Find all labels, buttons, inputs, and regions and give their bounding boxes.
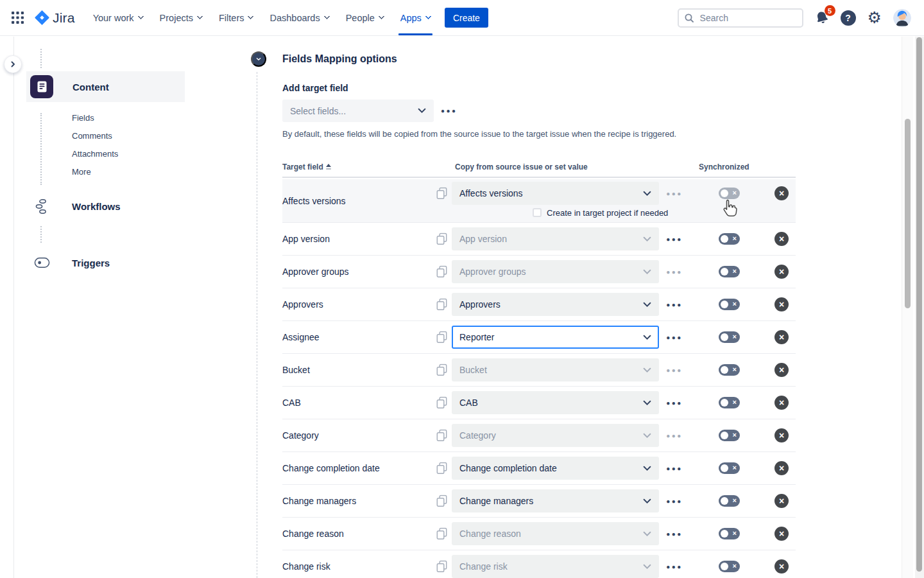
value-select[interactable]: Bucket — [452, 358, 659, 381]
copy-icon[interactable] — [436, 430, 447, 442]
row-more-options-button[interactable]: ●●● — [665, 236, 684, 243]
copy-icon[interactable] — [436, 233, 447, 245]
remove-field-button[interactable]: × — [774, 527, 789, 541]
search-box[interactable] — [678, 8, 803, 28]
copy-icon[interactable] — [436, 462, 447, 475]
sidebar-subitem-attachments[interactable]: Attachments — [72, 145, 118, 163]
value-select[interactable]: Affects versions — [452, 182, 659, 205]
sidebar-item-workflows[interactable]: Workflows — [72, 201, 121, 212]
nav-item-your-work[interactable]: Your work — [93, 0, 143, 36]
copy-icon[interactable] — [436, 561, 447, 573]
row-more-options-button[interactable]: ●●● — [665, 498, 684, 505]
sidebar-subitem-fields[interactable]: Fields — [72, 109, 94, 127]
field-rows: Affects versions Affects versions ●●● × … — [282, 179, 796, 578]
synchronized-toggle[interactable]: × — [719, 233, 740, 245]
settings-gear-icon[interactable]: ⚙ — [868, 10, 882, 26]
panel-divider — [257, 72, 257, 578]
synchronized-toggle[interactable]: × — [719, 188, 740, 199]
synchronized-toggle[interactable]: × — [719, 430, 740, 441]
nav-item-dashboards[interactable]: Dashboards — [270, 0, 329, 36]
copy-icon[interactable] — [436, 495, 447, 507]
remove-field-button[interactable]: × — [774, 494, 789, 508]
jira-logo[interactable]: Jira — [35, 10, 75, 26]
synchronized-toggle[interactable]: × — [719, 397, 740, 408]
sidebar-expand-button[interactable] — [4, 55, 22, 73]
help-icon[interactable]: ? — [841, 10, 856, 26]
value-select[interactable]: Change reason — [452, 522, 659, 545]
synchronized-toggle[interactable]: × — [719, 299, 740, 310]
remove-field-button[interactable]: × — [774, 265, 789, 279]
column-header-target-field[interactable]: Target field — [282, 162, 331, 171]
value-select[interactable]: Category — [452, 424, 659, 447]
remove-field-button[interactable]: × — [774, 461, 789, 475]
value-select[interactable]: Change managers — [452, 489, 659, 512]
synchronized-toggle[interactable]: × — [719, 528, 740, 539]
remove-field-button[interactable]: × — [774, 297, 789, 311]
copy-icon[interactable] — [436, 528, 447, 540]
row-more-options-button[interactable]: ●●● — [665, 190, 684, 197]
sidebar-item-triggers[interactable]: Triggers — [72, 258, 110, 268]
window-scrollbar-thumb[interactable] — [916, 37, 922, 572]
row-more-options-button[interactable]: ●●● — [665, 530, 684, 538]
row-more-options-button[interactable]: ●●● — [665, 367, 684, 374]
content-scrollbar-thumb[interactable] — [905, 119, 911, 308]
synchronized-toggle[interactable]: × — [719, 462, 740, 474]
row-more-options-button[interactable]: ●●● — [665, 465, 684, 472]
row-more-options-button[interactable]: ●●● — [665, 268, 684, 276]
create-button[interactable]: Create — [445, 8, 488, 28]
sidebar-subitem-comments[interactable]: Comments — [72, 127, 112, 145]
target-field-label: CAB — [282, 398, 301, 408]
synchronized-toggle[interactable]: × — [719, 266, 740, 277]
notifications-button[interactable]: 5 — [815, 10, 829, 25]
value-select[interactable]: Change risk — [452, 555, 659, 578]
value-select-text: CAB — [459, 398, 478, 408]
toggle-knob — [721, 530, 728, 538]
remove-field-button[interactable]: × — [774, 428, 789, 442]
search-input[interactable] — [699, 12, 796, 24]
synchronized-toggle[interactable]: × — [719, 331, 740, 343]
copy-icon[interactable] — [436, 364, 447, 376]
remove-field-button[interactable]: × — [774, 186, 789, 200]
value-select[interactable]: App version — [452, 227, 659, 250]
row-more-options-button[interactable]: ●●● — [665, 432, 684, 439]
mapping-description: By default, these fields will be copied … — [282, 129, 676, 139]
synchronized-toggle[interactable]: × — [719, 364, 740, 376]
value-select[interactable]: Approver groups — [452, 260, 659, 283]
value-select-text: Category — [459, 430, 496, 441]
synchronized-toggle[interactable]: × — [719, 561, 740, 572]
row-more-options-button[interactable]: ●●● — [665, 334, 684, 341]
remove-field-button[interactable]: × — [774, 232, 789, 246]
value-select[interactable]: Approvers — [452, 293, 659, 316]
value-select[interactable]: Change completion date — [452, 457, 659, 480]
row-more-options-button[interactable]: ●●● — [665, 301, 684, 308]
nav-item-filters[interactable]: Filters — [219, 0, 253, 36]
avatar[interactable] — [893, 9, 911, 27]
search-icon — [685, 13, 694, 22]
copy-icon[interactable] — [436, 266, 447, 278]
copy-icon[interactable] — [436, 331, 447, 344]
nav-item-projects[interactable]: Projects — [160, 0, 202, 36]
app-switcher-icon[interactable] — [12, 12, 24, 24]
section-collapse-button[interactable] — [251, 51, 266, 67]
copy-icon[interactable] — [436, 397, 447, 409]
remove-field-button[interactable]: × — [774, 396, 789, 410]
create-in-target-checkbox[interactable] — [533, 208, 542, 217]
value-select[interactable]: CAB — [452, 391, 659, 414]
synchronized-toggle[interactable]: × — [719, 495, 740, 507]
nav-item-people[interactable]: People — [346, 0, 384, 36]
add-field-more-options-button[interactable]: ●●● — [441, 107, 458, 114]
sidebar-item-content[interactable]: Content — [26, 71, 185, 102]
toggle-knob — [721, 563, 728, 570]
nav-item-apps[interactable]: Apps — [400, 0, 431, 36]
row-more-options-button[interactable]: ●●● — [665, 563, 684, 570]
remove-field-button[interactable]: × — [774, 363, 789, 377]
row-more-options-button[interactable]: ●●● — [665, 399, 684, 407]
select-fields-dropdown[interactable]: Select fields... — [282, 100, 434, 122]
toggle-x-icon: × — [733, 268, 737, 275]
copy-icon[interactable] — [436, 188, 447, 200]
value-select[interactable]: Reporter — [452, 326, 659, 349]
sidebar-subitem-more[interactable]: More — [72, 163, 91, 181]
remove-field-button[interactable]: × — [774, 559, 789, 574]
remove-field-button[interactable]: × — [774, 330, 789, 344]
copy-icon[interactable] — [436, 299, 447, 311]
